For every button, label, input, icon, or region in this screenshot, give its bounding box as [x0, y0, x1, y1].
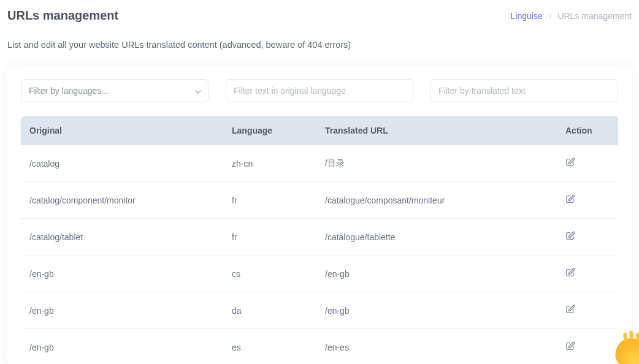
cell-original: /en-gb	[21, 329, 223, 365]
cell-translated: /en-es	[316, 329, 557, 365]
breadcrumb-separator: ›	[549, 11, 552, 21]
table-row: /en-gbes/en-es	[21, 329, 618, 365]
cell-original: /catalog/component/monitor	[21, 182, 223, 219]
cell-action	[557, 182, 618, 219]
cell-action	[557, 329, 618, 365]
page-title: URLs management	[7, 9, 118, 23]
table-row: /catalogzh-cn/目录	[21, 145, 618, 182]
th-action: Action	[557, 116, 618, 145]
th-language: Language	[223, 116, 316, 145]
breadcrumb-current: URLs management	[557, 11, 632, 21]
cell-action	[557, 145, 618, 182]
urls-card: Filter by languages... Original Language…	[7, 66, 632, 364]
cell-original: /en-gb	[21, 292, 223, 329]
th-translated: Translated URL	[316, 116, 557, 145]
cell-translated: /catalogue/tablette	[316, 219, 557, 256]
edit-icon[interactable]	[565, 194, 575, 204]
edit-icon[interactable]	[565, 157, 575, 167]
cell-language: cs	[223, 256, 316, 292]
cell-language: zh-cn	[223, 145, 316, 182]
cell-original: /catalog/tablet	[21, 219, 223, 256]
edit-icon[interactable]	[565, 305, 575, 314]
breadcrumb: Linguise › URLs management	[511, 11, 632, 21]
filter-language-placeholder: Filter by languages...	[29, 86, 109, 96]
cell-language: es	[223, 329, 316, 365]
table-row: /en-gbda/en-gb	[21, 292, 618, 329]
edit-icon[interactable]	[565, 268, 575, 278]
filter-bar: Filter by languages...	[21, 79, 618, 102]
chevron-down-icon	[194, 88, 201, 94]
cell-original: /catalog	[21, 145, 223, 182]
cell-language: da	[223, 292, 316, 329]
table-row: /catalog/tabletfr/catalogue/tablette	[21, 219, 618, 256]
filter-original-input[interactable]	[234, 86, 405, 96]
th-original: Original	[21, 116, 223, 145]
cell-translated: /en-gb	[316, 292, 557, 329]
breadcrumb-root-link[interactable]: Linguise	[511, 11, 543, 21]
urls-table: Original Language Translated URL Action …	[21, 116, 618, 364]
filter-translated-wrap	[430, 79, 618, 102]
cell-translated: /目录	[316, 145, 557, 182]
cell-action	[557, 256, 618, 292]
cell-action	[557, 219, 618, 256]
edit-icon[interactable]	[565, 231, 575, 241]
cell-action	[557, 292, 618, 329]
table-row: /en-gbcs/en-gb	[21, 256, 618, 292]
page-subtitle: List and edit all your website URLs tran…	[0, 23, 639, 58]
filter-language-select[interactable]: Filter by languages...	[21, 79, 209, 102]
filter-original-wrap	[226, 79, 413, 102]
table-row: /catalog/component/monitorfr/catalogue/c…	[21, 182, 618, 219]
cell-original: /en-gb	[21, 256, 223, 292]
filter-translated-input[interactable]	[438, 86, 610, 96]
cell-translated: /en-gb	[316, 256, 557, 292]
cell-translated: /catalogue/composant/moniteur	[316, 182, 557, 219]
cell-language: fr	[223, 219, 316, 256]
cell-language: fr	[223, 182, 316, 219]
edit-icon[interactable]	[565, 341, 575, 351]
